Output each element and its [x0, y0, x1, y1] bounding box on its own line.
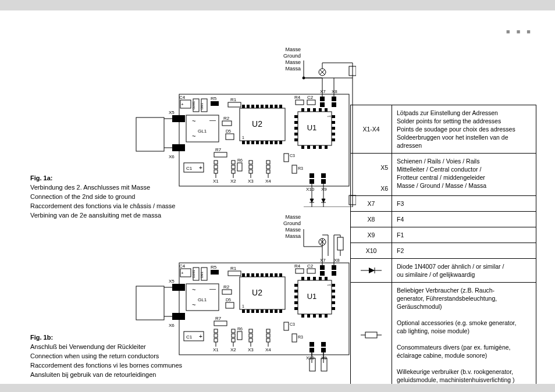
svg-rect-68	[319, 108, 322, 112]
svg-rect-236	[249, 338, 252, 342]
svg-text:C4: C4	[179, 95, 186, 100]
legend-key: X10	[351, 243, 392, 258]
svg-rect-57	[294, 127, 298, 130]
svg-text:R3: R3	[298, 335, 303, 339]
svg-rect-71	[307, 145, 310, 149]
svg-text:1: 1	[327, 115, 331, 117]
svg-text:X7: X7	[320, 258, 326, 263]
legend-value: Beliebiger Verbraucher (z.B. Rauch-gener…	[392, 283, 536, 387]
svg-rect-292	[365, 332, 377, 338]
svg-rect-184	[242, 309, 245, 313]
svg-rect-238	[266, 334, 270, 337]
svg-rect-182	[275, 273, 278, 277]
svg-rect-180	[265, 273, 268, 277]
svg-rect-183	[279, 273, 282, 277]
svg-rect-252	[292, 334, 297, 342]
svg-rect-41	[261, 141, 264, 144]
svg-rect-72	[313, 145, 316, 149]
svg-text:X6: X6	[169, 154, 175, 159]
svg-rect-185	[247, 309, 250, 313]
svg-text:X5: X5	[169, 279, 175, 284]
svg-rect-108	[320, 102, 325, 107]
svg-rect-209	[332, 295, 335, 298]
legend-row: Beliebiger Verbraucher (z.B. Rauch-gener…	[351, 283, 536, 387]
svg-rect-255	[320, 271, 325, 276]
svg-rect-2	[172, 115, 185, 122]
svg-rect-176	[247, 273, 250, 277]
svg-rect-85	[232, 165, 235, 169]
resistor-icon	[360, 331, 383, 339]
svg-text:R6: R6	[237, 158, 243, 162]
svg-rect-109	[332, 97, 336, 101]
svg-text:+: +	[199, 165, 202, 171]
svg-rect-88	[249, 165, 252, 169]
svg-rect-70	[301, 145, 304, 149]
legend-row: X5X6Schienen / Rails / Voies / RailsMitt…	[351, 154, 536, 196]
svg-rect-202	[294, 284, 298, 287]
svg-rect-263	[309, 348, 314, 352]
svg-rect-90	[266, 161, 270, 164]
caption-line: Connection when using the return conduct…	[30, 352, 159, 359]
svg-rect-61	[332, 121, 335, 124]
legend-row: X9F1	[351, 227, 536, 243]
svg-text:X4: X4	[265, 347, 271, 352]
svg-text:U1: U1	[307, 123, 317, 132]
svg-rect-210	[332, 301, 335, 304]
svg-rect-43	[270, 141, 273, 144]
svg-rect-264	[321, 342, 326, 347]
svg-text:X1: X1	[213, 347, 219, 352]
svg-text:X8: X8	[334, 258, 340, 263]
svg-rect-232	[232, 334, 235, 337]
caption-line: Anschluß bei Verwendung der Rückleiter	[30, 343, 146, 350]
svg-rect-234	[249, 329, 252, 333]
svg-rect-49	[296, 100, 304, 105]
legend-row: Diode 1N4007 oder ähnlich / or similar /…	[351, 259, 536, 283]
caption-line: Aansluiten bij gebruik van de retourleid…	[30, 371, 156, 378]
svg-text:R4: R4	[294, 263, 301, 269]
legend-key: X9	[351, 227, 392, 243]
legend-value: F4	[392, 212, 536, 227]
svg-rect-235	[249, 334, 252, 337]
svg-point-135	[303, 77, 305, 79]
left-column: Schienen Rails Voies Rails Masse Ground …	[30, 47, 333, 366]
svg-rect-188	[261, 309, 264, 313]
caption-line: Verbindung des 2. Anschlusses mit Masse	[30, 184, 150, 191]
svg-text:U1: U1	[307, 292, 317, 301]
svg-rect-82	[214, 165, 218, 169]
svg-rect-189	[265, 309, 268, 313]
svg-rect-39	[251, 141, 254, 144]
caption-1b: Fig. 1b: Anschluß bei Verwendung der Rüc…	[30, 333, 182, 379]
svg-text:R2: R2	[223, 284, 230, 290]
svg-rect-83	[214, 170, 218, 173]
svg-rect-204	[294, 295, 298, 298]
svg-rect-173	[240, 277, 285, 309]
svg-text:R5: R5	[211, 265, 217, 270]
svg-rect-45	[279, 141, 282, 144]
svg-marker-138	[310, 199, 314, 202]
svg-rect-103	[284, 154, 289, 162]
svg-text:U2: U2	[252, 119, 262, 129]
svg-text:C1: C1	[186, 334, 193, 340]
svg-rect-203	[294, 290, 298, 293]
caption-1a: Fig. 1a: Verbindung des 2. Anschlusses m…	[30, 173, 175, 220]
legend-value: F1	[392, 227, 536, 243]
svg-rect-177	[251, 273, 254, 277]
svg-rect-118	[321, 179, 326, 184]
svg-rect-29	[247, 105, 250, 108]
svg-text:R7: R7	[215, 147, 222, 152]
top-bar	[0, 0, 555, 10]
legend-key: X8	[351, 212, 392, 227]
document-page: ■ ■ ■ Schienen Rails Voies Rails Masse G…	[0, 0, 555, 392]
svg-text:R1: R1	[230, 97, 237, 102]
svg-text:D91: D91	[200, 102, 204, 109]
svg-text:X2: X2	[230, 179, 236, 184]
legend-key	[351, 259, 392, 282]
svg-rect-239	[266, 338, 270, 342]
svg-text:—: —	[209, 285, 216, 292]
diode-icon	[360, 266, 383, 275]
legend-value: Schienen / Rails / Voies / RailsMittelle…	[392, 154, 536, 195]
svg-rect-254	[320, 265, 325, 270]
svg-rect-117	[321, 173, 326, 178]
svg-rect-179	[261, 273, 264, 277]
legend-row: X8F4	[351, 212, 536, 227]
